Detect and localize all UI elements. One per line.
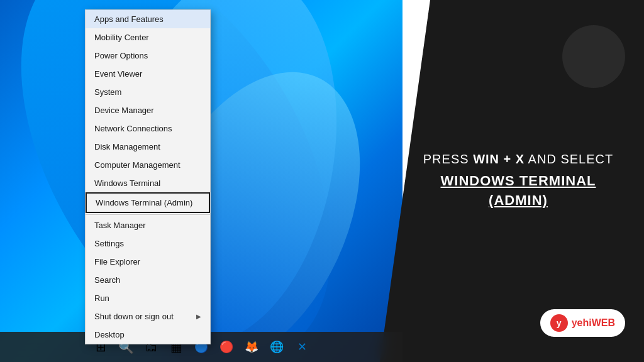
menu-divider [86, 214, 210, 215]
taskbar-opera-icon[interactable]: 🔴 [215, 336, 238, 358]
menu-item-shut-down[interactable]: Shut down or sign out ▶ [86, 307, 210, 326]
menu-item-disk-management[interactable]: Disk Management [86, 138, 210, 156]
menu-item-task-manager[interactable]: Task Manager [86, 216, 210, 234]
menu-item-run[interactable]: Run [86, 289, 210, 307]
menu-item-desktop[interactable]: Desktop [86, 326, 210, 344]
logo-badge: y yehiWEB [540, 309, 625, 337]
menu-item-mobility-center[interactable]: Mobility Center [86, 28, 210, 47]
instruction-line1: PRESS WIN + X AND SELECT [423, 152, 613, 167]
menu-item-power-options[interactable]: Power Options [86, 47, 210, 65]
instruction-panel: PRESS WIN + X AND SELECT WINDOWS TERMINA… [392, 0, 644, 362]
menu-item-system[interactable]: System [86, 83, 210, 101]
logo-icon: y [550, 314, 568, 332]
instruction-line2: WINDOWS TERMINAL (ADMIN) [418, 172, 619, 211]
menu-item-settings[interactable]: Settings [86, 234, 210, 253]
menu-item-search[interactable]: Search [86, 271, 210, 289]
menu-item-windows-terminal-admin[interactable]: Windows Terminal (Admin) [86, 192, 210, 213]
menu-item-apps-features[interactable]: Apps and Features [86, 10, 210, 28]
submenu-arrow-icon: ▶ [196, 313, 201, 320]
context-menu: Apps and Features Mobility Center Power … [85, 9, 211, 344]
taskbar-firefox-icon[interactable]: 🦊 [240, 336, 263, 358]
menu-item-event-viewer[interactable]: Event Viewer [86, 65, 210, 83]
taskbar-edge-icon[interactable]: 🌐 [265, 336, 288, 358]
logo-text: yehiWEB [572, 317, 615, 329]
menu-item-file-explorer[interactable]: File Explorer [86, 253, 210, 271]
taskbar-vscode-icon[interactable]: ✕ [291, 336, 313, 358]
menu-item-computer-management[interactable]: Computer Management [86, 156, 210, 174]
menu-item-network-connections[interactable]: Network Connections [86, 119, 210, 138]
menu-item-device-manager[interactable]: Device Manager [86, 101, 210, 119]
menu-item-windows-terminal[interactable]: Windows Terminal [86, 174, 210, 192]
